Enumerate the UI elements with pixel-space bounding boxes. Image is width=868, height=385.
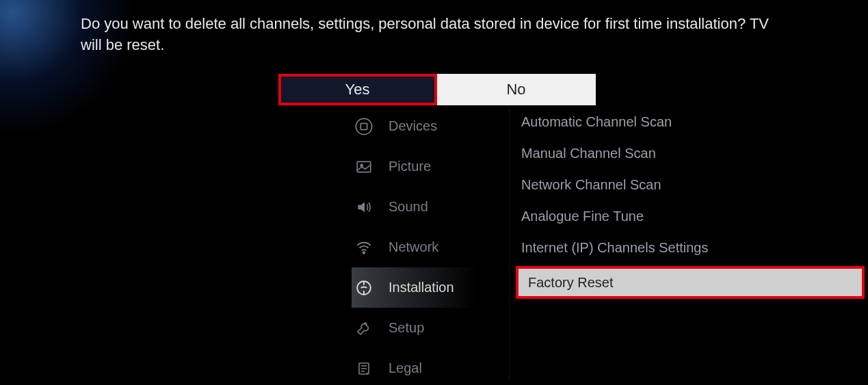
- svg-point-0: [356, 118, 371, 134]
- submenu-item-network-scan[interactable]: Network Channel Scan: [518, 169, 867, 200]
- yes-button-label: Yes: [345, 81, 370, 98]
- installation-icon: [352, 276, 376, 300]
- devices-icon: [352, 114, 376, 139]
- submenu-item-manual-scan[interactable]: Manual Channel Scan: [518, 137, 867, 169]
- wifi-icon: [352, 235, 376, 260]
- svg-point-4: [363, 252, 365, 254]
- submenu-item-analogue-tune[interactable]: Analogue Fine Tune: [518, 200, 867, 232]
- menu-item-installation[interactable]: Installation: [352, 267, 509, 308]
- picture-icon: [352, 155, 376, 179]
- submenu-item-auto-scan[interactable]: Automatic Channel Scan: [518, 106, 867, 137]
- confirmation-dialog: Do you want to delete all channels, sett…: [0, 0, 868, 105]
- submenu-item-label: Manual Channel Scan: [521, 146, 656, 161]
- menu-item-label: Network: [389, 239, 438, 255]
- settings-menu: Devices Picture Sound Network Installati: [352, 106, 509, 385]
- submenu-item-ip-channels[interactable]: Internet (IP) Channels Settings: [518, 232, 867, 263]
- menu-item-setup[interactable]: Setup: [352, 308, 509, 348]
- yes-button[interactable]: Yes: [278, 74, 437, 105]
- submenu-item-label: Network Channel Scan: [521, 177, 661, 193]
- no-button-label: No: [506, 81, 525, 98]
- sound-icon: [352, 195, 376, 220]
- menu-item-network[interactable]: Network: [352, 227, 509, 267]
- menu-item-sound[interactable]: Sound: [352, 187, 509, 227]
- installation-submenu: Automatic Channel Scan Manual Channel Sc…: [518, 106, 867, 299]
- menu-item-legal[interactable]: Legal: [352, 348, 509, 385]
- settings-panel: Devices Picture Sound Network Installati: [0, 106, 868, 385]
- menu-item-label: Picture: [389, 159, 431, 174]
- submenu-item-label: Automatic Channel Scan: [521, 114, 672, 130]
- menu-item-label: Installation: [389, 280, 454, 295]
- menu-divider: [509, 106, 510, 380]
- menu-item-label: Devices: [389, 118, 437, 134]
- submenu-item-label: Internet (IP) Channels Settings: [521, 240, 708, 256]
- menu-item-label: Setup: [389, 320, 424, 336]
- svg-point-3: [360, 164, 363, 166]
- svg-rect-1: [360, 123, 367, 129]
- dialog-message: Do you want to delete all channels, sett…: [81, 14, 793, 56]
- menu-item-label: Sound: [389, 199, 428, 215]
- submenu-item-factory-reset[interactable]: Factory Reset: [516, 266, 865, 299]
- no-button[interactable]: No: [437, 74, 596, 105]
- menu-item-label: Legal: [389, 360, 422, 376]
- legal-icon: [352, 356, 376, 381]
- submenu-item-label: Analogue Fine Tune: [521, 209, 644, 224]
- submenu-item-label: Factory Reset: [528, 275, 613, 291]
- menu-item-devices[interactable]: Devices: [352, 106, 509, 146]
- menu-item-picture[interactable]: Picture: [352, 146, 509, 187]
- wrench-icon: [352, 316, 376, 341]
- dialog-button-row: Yes No: [81, 74, 793, 105]
